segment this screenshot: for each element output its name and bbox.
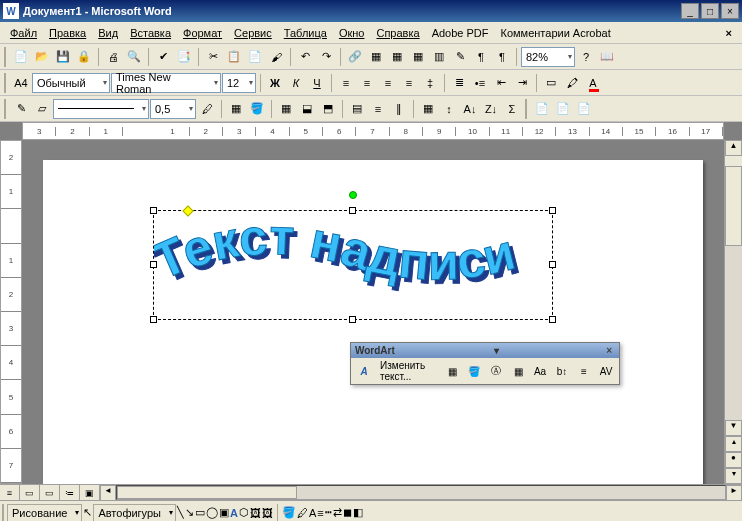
shading-color-icon[interactable]: 🪣 [247,99,267,119]
toolbar-grip[interactable] [525,99,529,119]
menu-tools[interactable]: Сервис [228,25,278,41]
line-color-icon[interactable]: 🖊 [297,507,308,519]
highlight-icon[interactable]: 🖍 [562,73,582,93]
select-objects-icon[interactable]: ↖ [83,506,92,519]
font-size-combo[interactable]: 12 [222,73,256,93]
paste-icon[interactable]: 📄 [245,47,265,67]
show-hide-icon[interactable]: ¶ [492,47,512,67]
permissions-icon[interactable]: 🔒 [74,47,94,67]
toolbar-grip[interactable] [4,47,8,67]
wordart-toolbar-title[interactable]: WordArt ▾ × [351,343,619,358]
resize-handle-w[interactable] [150,261,157,268]
menu-window[interactable]: Окно [333,25,371,41]
rectangle-icon[interactable]: ▭ [195,506,205,519]
arrow-icon[interactable]: ↘ [185,506,194,519]
tables-borders-icon[interactable]: ▦ [366,47,386,67]
style-combo[interactable]: Обычный [32,73,110,93]
distribute-cols-icon[interactable]: ‖ [389,99,409,119]
distribute-rows-icon[interactable]: ≡ [368,99,388,119]
sort-asc-icon[interactable]: A↓ [460,99,480,119]
redo-icon[interactable]: ↷ [316,47,336,67]
toolbar-grip[interactable] [2,504,6,522]
excel-icon[interactable]: ▦ [408,47,428,67]
browse-object-icon[interactable]: ● [725,452,742,468]
underline-button[interactable]: Ч [307,73,327,93]
eraser-icon[interactable]: ▱ [32,99,52,119]
align-left-icon[interactable]: ≡ [336,73,356,93]
format-wordart-icon[interactable]: 🪣 [464,361,484,381]
reading-layout-icon[interactable]: ▣ [80,485,100,500]
decrease-indent-icon[interactable]: ⇤ [491,73,511,93]
undo-icon[interactable]: ↶ [295,47,315,67]
minimize-button[interactable]: _ [681,3,699,19]
help-icon[interactable]: ? [576,47,596,67]
line-spacing-icon[interactable]: ‡ [420,73,440,93]
resize-handle-nw[interactable] [150,207,157,214]
insert-wordart-icon[interactable]: A [354,361,374,381]
oval-icon[interactable]: ◯ [206,506,218,519]
new-document-icon[interactable]: 📄 [11,47,31,67]
menu-close-document[interactable]: × [720,25,738,41]
rotate-handle[interactable] [349,191,357,199]
draw-table-icon[interactable]: ✎ [11,99,31,119]
scroll-track[interactable] [725,246,742,420]
align-center-icon[interactable]: ≡ [357,73,377,93]
vertical-text-icon[interactable]: b↕ [552,361,572,381]
pdf-comment-icon[interactable]: 📄 [574,99,594,119]
open-icon[interactable]: 📂 [32,47,52,67]
arrow-style-icon[interactable]: ⇄ [333,506,342,519]
align-justify-icon[interactable]: ≡ [399,73,419,93]
picture-icon[interactable]: 🖼 [262,507,273,519]
bullets-icon[interactable]: •≡ [470,73,490,93]
scroll-right-icon[interactable]: ► [726,485,742,501]
same-height-icon[interactable]: Aa [530,361,550,381]
toolbar-grip[interactable] [4,73,8,93]
next-page-icon[interactable]: ▾ [725,468,742,484]
textbox-icon[interactable]: ▣ [219,506,229,519]
pdf-convert-icon[interactable]: 📄 [532,99,552,119]
wordart-gallery-icon[interactable]: ▦ [442,361,462,381]
clipart-icon[interactable]: 🖼 [250,507,261,519]
pdf-review-icon[interactable]: 📄 [553,99,573,119]
menu-file[interactable]: Файл [4,25,43,41]
align-right-icon[interactable]: ≡ [378,73,398,93]
scroll-thumb[interactable] [725,166,742,246]
wordart-object[interactable]: Текст надписи Текст надписи [153,210,553,320]
line-style-combo[interactable] [53,99,149,119]
toolbar-grip[interactable] [4,99,8,119]
wordart-toolbar-options-icon[interactable]: ▾ [494,345,499,356]
scrollbar-vertical[interactable]: ▲ ▼ ▴ ● ▾ [724,140,742,484]
edit-text-button[interactable]: Изменить текст... [376,361,440,381]
print-preview-icon[interactable]: 🔍 [124,47,144,67]
menu-adobe-pdf[interactable]: Adobe PDF [426,25,495,41]
format-painter-icon[interactable]: 🖌 [266,47,286,67]
resize-handle-se[interactable] [549,316,556,323]
wordart-shape-icon[interactable]: Ⓐ [486,361,506,381]
shadow-icon[interactable]: ◼ [343,506,352,519]
line-icon[interactable]: ╲ [177,506,184,519]
drawing-menu[interactable]: Рисование [7,504,82,522]
hyperlink-icon[interactable]: 🔗 [345,47,365,67]
print-icon[interactable]: 🖨 [103,47,123,67]
menu-acrobat-comments[interactable]: Комментарии Acrobat [495,25,617,41]
numbering-icon[interactable]: ≣ [449,73,469,93]
border-color-icon[interactable]: 🖊 [197,99,217,119]
table-autoformat-icon[interactable]: ▦ [418,99,438,119]
resize-handle-s[interactable] [349,316,356,323]
insert-wordart-icon[interactable]: A [230,507,238,519]
outline-view-icon[interactable]: ≔ [60,485,80,500]
insert-table-icon[interactable]: ▦ [387,47,407,67]
scroll-left-icon[interactable]: ◄ [100,485,116,501]
hscroll-thumb[interactable] [117,486,297,499]
menu-help[interactable]: Справка [370,25,425,41]
menu-view[interactable]: Вид [92,25,124,41]
bold-button[interactable]: Ж [265,73,285,93]
menu-insert[interactable]: Вставка [124,25,177,41]
research-icon[interactable]: 📑 [174,47,194,67]
ruler-vertical[interactable]: 21 123 4567 [0,140,22,484]
line-style-icon[interactable]: ≡ [317,507,323,519]
fill-color-icon[interactable]: 🪣 [282,506,296,519]
text-wrapping-icon[interactable]: ▦ [508,361,528,381]
alignment-icon[interactable]: ≡ [574,361,594,381]
italic-button[interactable]: К [286,73,306,93]
